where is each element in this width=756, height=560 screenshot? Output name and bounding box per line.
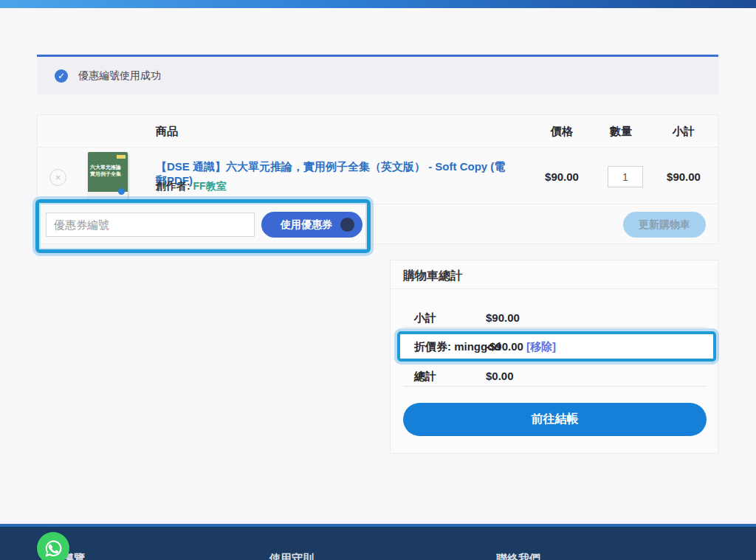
top-accent-bar <box>0 0 756 8</box>
remove-item-button[interactable]: × <box>49 169 66 186</box>
apply-coupon-label: 使用優惠券 <box>281 218 332 230</box>
cart-totals-panel: 購物車總計 小計 $90.00 折價券: minggod -$90.00 [移除… <box>390 260 718 454</box>
whatsapp-icon[interactable] <box>37 532 69 560</box>
product-creator: 創作者: FF教室 <box>156 180 227 193</box>
totals-title: 購物車總計 <box>403 269 462 284</box>
total-value: $0.00 <box>486 370 514 382</box>
subtotal-value: $90.00 <box>486 311 520 324</box>
cart-table-header: 商品 價格 數量 小計 <box>38 115 718 148</box>
cover-tag <box>117 155 126 159</box>
subtotal-label: 小計 <box>414 311 436 325</box>
subtotal-divider <box>403 327 706 328</box>
coupon-discount-highlight-box: 折價券: minggod -$90.00 [移除] <box>397 331 716 362</box>
checkout-button[interactable]: 前往結帳 <box>403 403 707 436</box>
header-product: 商品 <box>156 125 178 139</box>
item-price: $90.00 <box>525 170 599 183</box>
coupon-success-notice: ✓ 優惠編號使用成功 <box>37 57 718 94</box>
footer-col-terms[interactable]: 使用守則 <box>269 552 314 560</box>
header-subtotal: 小計 <box>647 125 721 139</box>
footer: 導覽 使用守則 聯絡我們 <box>0 524 756 560</box>
quantity-input[interactable] <box>608 166 643 187</box>
coupon-discount-value: -$90.00 [移除] <box>486 340 556 354</box>
item-subtotal: $90.00 <box>647 170 721 183</box>
notice-text: 優惠編號使用成功 <box>78 69 161 83</box>
coupon-area-highlight-box: 使用優惠券 <box>35 199 371 253</box>
coupon-code-input[interactable] <box>46 212 255 237</box>
cover-logo-dot <box>118 188 125 195</box>
creator-link[interactable]: FF教室 <box>193 180 227 192</box>
totals-title-divider <box>391 288 718 289</box>
remove-coupon-link[interactable]: [移除] <box>526 340 556 353</box>
apply-coupon-button-dot <box>340 218 354 232</box>
apply-coupon-button[interactable]: 使用優惠券 <box>261 212 362 238</box>
footer-col-contact[interactable]: 聯絡我們 <box>496 552 540 560</box>
success-check-icon: ✓ <box>55 69 68 83</box>
total-divider <box>403 386 706 387</box>
update-cart-button[interactable]: 更新購物車 <box>623 212 706 238</box>
coupon-amount: -$90.00 <box>486 340 526 353</box>
cover-title-line2: 實用例子全集 <box>90 170 126 178</box>
total-label: 總計 <box>414 370 436 384</box>
product-thumbnail[interactable]: 六大單元推論 實用例子全集 <box>88 152 128 199</box>
cart-page: ✓ 優惠編號使用成功 商品 價格 數量 小計 × 六大單元推論 實用例子全集 【… <box>0 0 756 560</box>
creator-label: 創作者: <box>156 180 193 192</box>
